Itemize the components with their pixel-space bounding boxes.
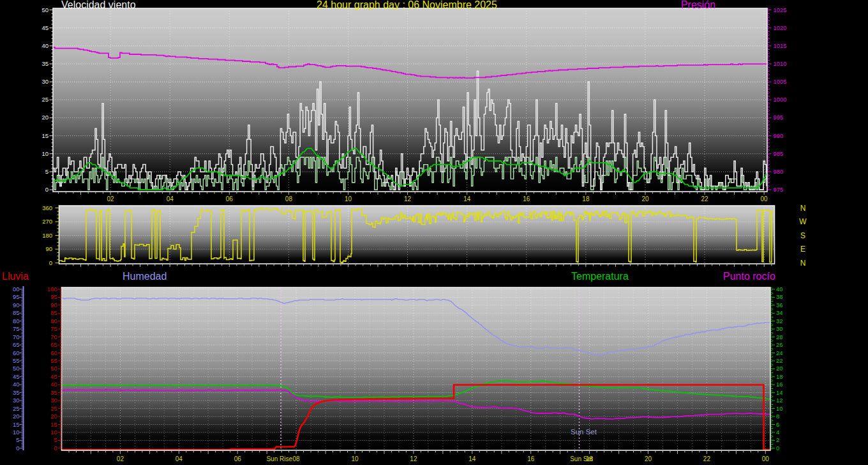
svg-text:10: 10 bbox=[13, 429, 20, 436]
svg-text:45: 45 bbox=[41, 24, 49, 31]
svg-text:15: 15 bbox=[41, 132, 49, 139]
svg-text:22: 22 bbox=[701, 195, 709, 202]
svg-text:Humedad: Humedad bbox=[123, 271, 167, 282]
svg-text:25: 25 bbox=[41, 96, 49, 103]
svg-text:E: E bbox=[800, 245, 805, 254]
svg-text:270: 270 bbox=[42, 218, 52, 225]
svg-text:975: 975 bbox=[774, 186, 784, 193]
svg-text:0: 0 bbox=[776, 445, 779, 452]
svg-text:20: 20 bbox=[776, 365, 783, 372]
svg-text:25: 25 bbox=[13, 405, 20, 412]
svg-text:12: 12 bbox=[410, 455, 417, 462]
svg-text:5: 5 bbox=[54, 436, 57, 443]
svg-text:1015: 1015 bbox=[774, 42, 787, 49]
svg-text:80: 80 bbox=[13, 317, 20, 324]
svg-text:65: 65 bbox=[50, 341, 57, 348]
svg-text:0: 0 bbox=[16, 445, 19, 452]
svg-text:90: 90 bbox=[13, 301, 20, 309]
svg-text:50: 50 bbox=[41, 6, 49, 13]
svg-text:02: 02 bbox=[107, 195, 115, 202]
svg-text:8: 8 bbox=[776, 413, 779, 420]
svg-text:30: 30 bbox=[41, 78, 49, 85]
svg-text:Presión: Presión bbox=[681, 0, 715, 10]
svg-text:10: 10 bbox=[776, 405, 783, 412]
svg-text:Punto rocío: Punto rocío bbox=[723, 271, 775, 282]
svg-text:95: 95 bbox=[50, 293, 57, 300]
svg-text:990: 990 bbox=[774, 132, 784, 139]
svg-text:85: 85 bbox=[13, 309, 20, 316]
svg-text:00: 00 bbox=[13, 286, 20, 293]
svg-text:35: 35 bbox=[41, 60, 49, 67]
svg-text:0: 0 bbox=[54, 445, 57, 452]
svg-text:04: 04 bbox=[176, 455, 183, 462]
svg-text:0: 0 bbox=[49, 259, 52, 266]
svg-text:1025: 1025 bbox=[774, 6, 787, 13]
svg-text:50: 50 bbox=[50, 365, 57, 372]
svg-text:16: 16 bbox=[527, 455, 535, 462]
svg-text:40: 40 bbox=[50, 381, 57, 388]
svg-text:85: 85 bbox=[50, 309, 57, 316]
svg-text:75: 75 bbox=[50, 325, 57, 332]
svg-text:14: 14 bbox=[463, 195, 471, 202]
svg-text:Sun Set: Sun Set bbox=[571, 428, 597, 436]
svg-text:28: 28 bbox=[776, 333, 783, 340]
svg-text:N: N bbox=[800, 204, 806, 213]
svg-text:80: 80 bbox=[50, 317, 57, 324]
svg-text:35: 35 bbox=[50, 389, 57, 396]
svg-text:1010: 1010 bbox=[774, 60, 787, 67]
svg-text:Sun Set: Sun Set bbox=[570, 455, 593, 462]
svg-text:08: 08 bbox=[285, 195, 293, 202]
svg-text:20: 20 bbox=[13, 413, 20, 420]
svg-text:6: 6 bbox=[776, 421, 779, 428]
svg-text:0: 0 bbox=[45, 186, 49, 193]
svg-text:60: 60 bbox=[50, 349, 57, 356]
svg-text:Temperatura: Temperatura bbox=[571, 271, 629, 282]
svg-text:100: 100 bbox=[47, 286, 57, 293]
svg-text:00: 00 bbox=[762, 455, 770, 462]
svg-text:2: 2 bbox=[776, 436, 779, 443]
svg-text:25: 25 bbox=[50, 405, 57, 412]
svg-text:985: 985 bbox=[774, 150, 784, 157]
svg-text:20: 20 bbox=[645, 455, 652, 462]
svg-text:12: 12 bbox=[776, 397, 783, 404]
svg-text:24 hour graph day : 06 Noviemb: 24 hour graph day : 06 Noviembre 2025 bbox=[317, 0, 497, 10]
svg-text:N: N bbox=[800, 259, 806, 268]
svg-text:30: 30 bbox=[776, 325, 783, 332]
svg-text:14: 14 bbox=[468, 455, 476, 462]
svg-text:22: 22 bbox=[776, 357, 783, 364]
svg-text:10: 10 bbox=[345, 195, 352, 202]
svg-text:06: 06 bbox=[234, 455, 242, 462]
svg-text:30: 30 bbox=[13, 397, 20, 404]
svg-text:70: 70 bbox=[50, 333, 57, 340]
svg-text:15: 15 bbox=[13, 421, 20, 428]
svg-text:180: 180 bbox=[42, 232, 52, 239]
svg-text:65: 65 bbox=[13, 341, 20, 348]
svg-text:75: 75 bbox=[13, 325, 20, 332]
svg-text:18: 18 bbox=[582, 195, 590, 202]
svg-text:02: 02 bbox=[117, 455, 124, 462]
svg-text:16: 16 bbox=[776, 381, 783, 388]
svg-text:36: 36 bbox=[776, 301, 783, 309]
svg-text:45: 45 bbox=[13, 373, 20, 380]
svg-text:04: 04 bbox=[167, 195, 174, 202]
svg-text:55: 55 bbox=[13, 357, 20, 364]
svg-text:38: 38 bbox=[776, 293, 783, 300]
svg-text:S: S bbox=[800, 231, 805, 240]
svg-text:16: 16 bbox=[523, 195, 530, 202]
svg-text:22: 22 bbox=[703, 455, 711, 462]
svg-text:06: 06 bbox=[226, 195, 234, 202]
svg-text:Sun Rise: Sun Rise bbox=[266, 455, 292, 462]
svg-text:Lluvia: Lluvia bbox=[2, 271, 29, 282]
svg-text:95: 95 bbox=[13, 293, 20, 300]
svg-text:35: 35 bbox=[13, 389, 20, 396]
svg-text:40: 40 bbox=[776, 286, 783, 293]
svg-text:08: 08 bbox=[293, 455, 301, 462]
svg-text:14: 14 bbox=[776, 389, 783, 396]
svg-text:20: 20 bbox=[41, 114, 49, 121]
svg-text:1000: 1000 bbox=[774, 96, 787, 103]
svg-text:50: 50 bbox=[13, 365, 20, 372]
svg-text:20: 20 bbox=[50, 413, 57, 420]
svg-text:995: 995 bbox=[774, 114, 784, 121]
svg-text:40: 40 bbox=[41, 42, 49, 49]
svg-text:18: 18 bbox=[776, 373, 783, 380]
